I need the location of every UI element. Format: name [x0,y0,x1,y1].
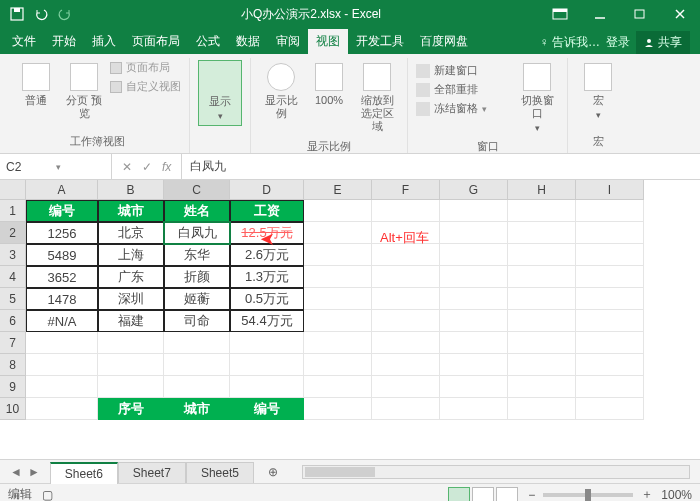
cell[interactable]: 工资 [230,200,304,222]
cell[interactable] [98,354,164,376]
zoom-out-icon[interactable]: − [528,488,535,502]
cell[interactable] [440,354,508,376]
row-header[interactable]: 3 [0,244,26,266]
cell[interactable] [372,376,440,398]
cell[interactable] [372,332,440,354]
row-header[interactable]: 9 [0,376,26,398]
column-header[interactable]: F [372,180,440,200]
share-button[interactable]: 共享 [636,31,690,54]
row-header[interactable]: 7 [0,332,26,354]
custom-views-button[interactable]: 自定义视图 [110,79,181,94]
cell[interactable] [164,376,230,398]
cell[interactable] [576,354,644,376]
column-header[interactable]: D [230,180,304,200]
tab-pagelayout[interactable]: 页面布局 [124,29,188,54]
cell[interactable] [576,266,644,288]
select-all-corner[interactable] [0,180,26,200]
cell[interactable] [508,288,576,310]
cell[interactable]: 折颜 [164,266,230,288]
row-header[interactable]: 5 [0,288,26,310]
cancel-icon[interactable]: ✕ [122,160,132,174]
cell[interactable] [508,354,576,376]
cell[interactable] [304,244,372,266]
cell[interactable]: 5489 [26,244,98,266]
column-header[interactable]: I [576,180,644,200]
cell[interactable] [164,332,230,354]
cell[interactable] [508,376,576,398]
cell[interactable] [372,354,440,376]
cell[interactable] [508,222,576,244]
undo-icon[interactable] [34,7,48,21]
cell[interactable] [576,310,644,332]
row-header[interactable]: 6 [0,310,26,332]
cell[interactable] [372,244,440,266]
cell[interactable]: 北京 [98,222,164,244]
column-header[interactable]: B [98,180,164,200]
worksheet-grid[interactable]: ABCDEFGHI1编号城市姓名工资21256北京白凤九12.5万元35489上… [0,180,700,459]
cell[interactable] [440,244,508,266]
cell[interactable] [508,332,576,354]
cell[interactable] [440,288,508,310]
row-header[interactable]: 2 [0,222,26,244]
cell[interactable]: 姬蘅 [164,288,230,310]
tab-formulas[interactable]: 公式 [188,29,228,54]
sheet-nav-prev-icon[interactable]: ◄ [10,465,22,479]
cell[interactable] [440,398,508,420]
close-icon[interactable] [660,0,700,28]
ribbon-options-icon[interactable] [540,0,580,28]
cell[interactable]: 3652 [26,266,98,288]
cell[interactable] [304,398,372,420]
cell[interactable] [372,310,440,332]
cell[interactable] [372,200,440,222]
add-sheet-button[interactable]: ⊕ [254,465,292,479]
column-header[interactable]: A [26,180,98,200]
cell[interactable] [26,398,98,420]
cell[interactable] [440,222,508,244]
cell[interactable] [26,376,98,398]
cell[interactable]: 编号 [230,398,304,420]
tab-file[interactable]: 文件 [4,29,44,54]
cell[interactable]: 序号 [98,398,164,420]
column-header[interactable]: E [304,180,372,200]
cell[interactable]: 上海 [98,244,164,266]
cell[interactable]: 司命 [164,310,230,332]
cell[interactable] [508,244,576,266]
cell[interactable] [440,266,508,288]
cell[interactable] [304,310,372,332]
pagelayout-button[interactable]: 页面布局 [110,60,181,75]
cell[interactable]: 1256 [26,222,98,244]
cell[interactable] [440,332,508,354]
cell[interactable] [304,332,372,354]
macro-record-icon[interactable]: ▢ [42,488,53,502]
sheet-nav-next-icon[interactable]: ► [28,465,40,479]
column-header[interactable]: C [164,180,230,200]
cell[interactable] [508,200,576,222]
cell[interactable] [26,354,98,376]
pagebreak-view-button[interactable]: 分页 预览 [62,60,106,123]
cell[interactable] [576,376,644,398]
tab-developer[interactable]: 开发工具 [348,29,412,54]
cell[interactable] [576,288,644,310]
cell[interactable] [508,266,576,288]
normal-view-button[interactable]: 普通 [14,60,58,110]
cell[interactable] [576,332,644,354]
cell[interactable]: 福建 [98,310,164,332]
cell[interactable] [304,200,372,222]
cell[interactable]: 54.4万元 [230,310,304,332]
cell[interactable] [230,354,304,376]
cell[interactable]: #N/A [26,310,98,332]
zoom-100-button[interactable]: 100% [307,60,351,110]
formula-input[interactable]: 白凤九 [182,154,700,179]
cell[interactable] [440,200,508,222]
cell[interactable] [508,310,576,332]
cell[interactable]: 东华 [164,244,230,266]
column-header[interactable]: H [508,180,576,200]
cell[interactable] [576,222,644,244]
tab-baidu[interactable]: 百度网盘 [412,29,476,54]
enter-icon[interactable]: ✓ [142,160,152,174]
cell[interactable]: 白凤九 [164,222,230,244]
tab-review[interactable]: 审阅 [268,29,308,54]
maximize-icon[interactable] [620,0,660,28]
sheet-tab[interactable]: Sheet6 [50,462,118,484]
cell[interactable]: 城市 [98,200,164,222]
